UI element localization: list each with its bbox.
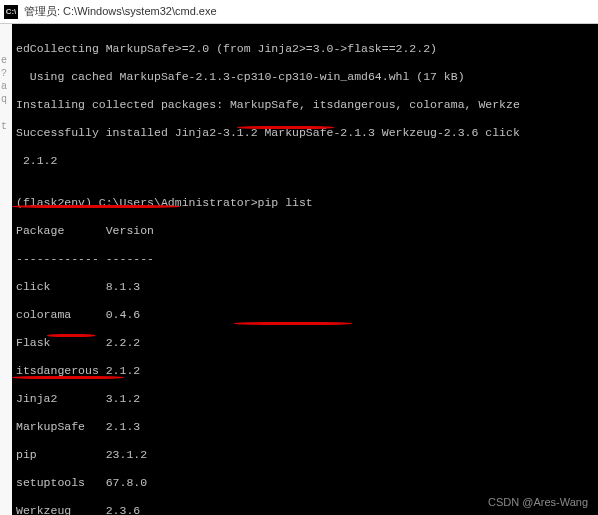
terminal-pane[interactable]: edCollecting MarkupSafe>=2.0 (from Jinja… [12,24,598,515]
table-row: Flask 2.2.2 [16,336,594,350]
gutter-mark: e [0,54,12,67]
output-line: edCollecting MarkupSafe>=2.0 (from Jinja… [16,42,594,56]
table-row: setuptools 67.8.0 [16,476,594,490]
table-row: colorama 0.4.6 [16,308,594,322]
gutter-mark: a [0,80,12,93]
gutter-mark: t [0,120,12,133]
annotation-underline [12,376,124,379]
table-row: click 8.1.3 [16,280,594,294]
annotation-underline [47,334,95,337]
table-row: Jinja2 3.1.2 [16,392,594,406]
window-title-text: 管理员: C:\Windows\system32\cmd.exe [24,4,217,19]
table-row: pip 23.1.2 [16,448,594,462]
output-line: Package Version [16,224,594,238]
annotation-underline [234,322,352,325]
output-line: Using cached MarkupSafe-2.1.3-cp310-cp31… [16,70,594,84]
watermark-text: CSDN @Ares-Wang [488,495,588,509]
gutter-mark: q [0,93,12,106]
cmd-icon: C:\ [4,5,18,19]
annotation-underline [237,126,334,129]
window-title-bar: C:\ 管理员: C:\Windows\system32\cmd.exe [0,0,598,24]
output-line: Installing collected packages: MarkupSaf… [16,98,594,112]
table-row: MarkupSafe 2.1.3 [16,420,594,434]
annotation-underline [12,205,180,208]
output-line: 2.1.2 [16,154,594,168]
output-line: ------------ ------- [16,252,594,266]
editor-gutter: e ? a q t [0,24,12,515]
gutter-mark: ? [0,67,12,80]
